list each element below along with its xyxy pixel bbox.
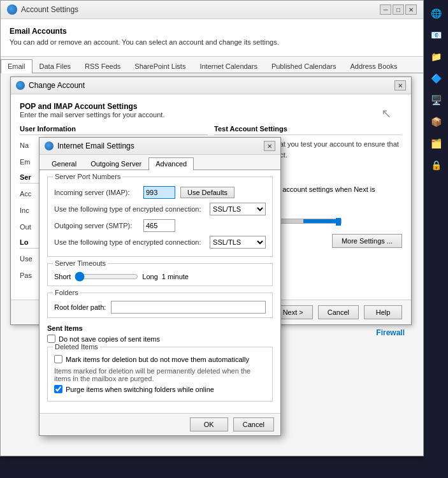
tab-address-books[interactable]: Address Books xyxy=(343,59,404,73)
account-settings-window: Account Settings ─ □ ✕ Email Accounts Yo… xyxy=(0,0,424,456)
email-dialog-close[interactable]: ✕ xyxy=(264,141,275,151)
purge-items-row: Purge items when switching folders while… xyxy=(54,385,266,393)
more-settings-button[interactable]: More Settings ... xyxy=(332,234,402,248)
change-account-title-bar: Change Account ✕ xyxy=(11,77,411,94)
root-folder-label: Root folder path: xyxy=(54,303,106,311)
server-port-title: Server Port Numbers xyxy=(53,173,122,180)
change-account-section-title: POP and IMAP Account Settings xyxy=(20,102,402,111)
main-body: Change Account ✕ POP and IMAP Account Se… xyxy=(1,73,423,456)
encryption-label-2: Use the following type of encrypted conn… xyxy=(54,238,210,246)
deletion-note: Items marked for deletion will be perman… xyxy=(54,367,266,382)
section-desc: You can add or remove an account. You ca… xyxy=(10,38,414,46)
mark-deletion-label: Mark items for deletion but do not move … xyxy=(66,356,249,363)
sidebar-icon-7[interactable]: 🔒 xyxy=(426,155,446,175)
folders-group: Folders Root folder path: xyxy=(47,293,273,318)
help-button[interactable]: Help xyxy=(364,305,402,319)
email-dialog-footer: OK Cancel xyxy=(40,413,280,435)
incoming-imap-label: Incoming server (IMAP): xyxy=(54,189,143,196)
sidebar-icon-6[interactable]: 🗂️ xyxy=(426,133,446,154)
tab-email[interactable]: Email xyxy=(1,59,33,73)
long-label: Long xyxy=(142,273,157,280)
use-defaults-button[interactable]: Use Defaults xyxy=(180,187,235,198)
account-settings-title-bar: Account Settings ─ □ ✕ xyxy=(1,1,423,19)
sidebar-icon-3[interactable]: 🔷 xyxy=(426,68,446,89)
user-info-header: User Information xyxy=(20,125,208,135)
change-account-title: Change Account xyxy=(29,81,85,90)
timeouts-title: Server Timeouts xyxy=(53,259,108,267)
incoming-imap-input[interactable] xyxy=(143,186,175,199)
sent-items-label: Sent Items xyxy=(47,324,273,332)
change-account-close[interactable]: ✕ xyxy=(394,80,406,91)
tab-data-files[interactable]: Data Files xyxy=(33,59,78,73)
email-dialog-icon xyxy=(45,141,54,150)
title-bar-left: Account Settings xyxy=(7,4,78,15)
cancel-button[interactable]: Cancel xyxy=(318,305,359,319)
deleted-items-title: Deleted Items xyxy=(53,343,100,351)
encryption-select-1[interactable]: SSL/TLS xyxy=(210,203,266,215)
mark-deletion-row: Mark items for deletion but do not move … xyxy=(54,355,266,363)
sent-items-checkbox[interactable] xyxy=(47,335,55,343)
sidebar-icon-2[interactable]: 📁 xyxy=(426,47,446,67)
title-bar-controls: ─ □ ✕ xyxy=(380,4,417,15)
minimize-button[interactable]: ─ xyxy=(380,4,391,15)
smtp-label: Outgoing server (SMTP): xyxy=(54,222,143,229)
smtp-input[interactable] xyxy=(143,219,175,232)
encryption-row-2: Use the following type of encrypted conn… xyxy=(54,236,266,249)
tab-internet-cal[interactable]: Internet Calendars xyxy=(192,59,264,73)
email-dialog-tabs: General Outgoing Server Advanced xyxy=(40,155,280,170)
cursor-icon: ↖ xyxy=(381,106,392,121)
sidebar-icon-4[interactable]: 🖥️ xyxy=(426,90,446,110)
email-tab-outgoing[interactable]: Outgoing Server xyxy=(83,157,148,170)
purge-items-label: Purge items when switching folders while… xyxy=(66,386,214,393)
email-cancel-button[interactable]: Cancel xyxy=(233,417,274,431)
window-content: Email Accounts You can add or remove an … xyxy=(1,19,423,56)
sidebar-icon-5[interactable]: 📦 xyxy=(426,112,446,132)
root-row: Root folder path: xyxy=(54,301,266,314)
incoming-imap-row: Incoming server (IMAP): Use Defaults xyxy=(54,186,266,199)
short-label: Short xyxy=(54,273,71,280)
change-account-section-desc: Enter the mail server settings for your … xyxy=(20,111,402,119)
server-port-content: Incoming server (IMAP): Use Defaults Use… xyxy=(54,186,266,249)
dialog-icon xyxy=(16,81,25,90)
deleted-items-content: Mark items for deletion but do not move … xyxy=(54,355,266,393)
server-port-group: Server Port Numbers Incoming server (IMA… xyxy=(47,177,273,257)
smtp-row: Outgoing server (SMTP): xyxy=(54,219,266,232)
test-header: Test Account Settings xyxy=(214,125,402,135)
email-dialog-title-bar: Internet Email Settings ✕ xyxy=(40,138,280,155)
email-dialog-title-left: Internet Email Settings xyxy=(45,141,134,150)
timeout-slider[interactable] xyxy=(75,272,138,282)
maximize-button[interactable]: □ xyxy=(393,4,404,15)
tab-rss-feeds[interactable]: RSS Feeds xyxy=(78,59,127,73)
email-tab-advanced[interactable]: Advanced xyxy=(148,157,194,170)
deleted-items-group: Deleted Items Mark items for deletion bu… xyxy=(47,347,273,402)
sent-items-checkbox-row: Do not save copies of sent items xyxy=(47,335,273,343)
encryption-row-1: Use the following type of encrypted conn… xyxy=(54,203,266,215)
timeout-value: 1 minute xyxy=(162,273,189,280)
root-folder-input[interactable] xyxy=(111,301,266,314)
mark-deletion-checkbox[interactable] xyxy=(54,355,62,363)
window-icon xyxy=(7,4,17,15)
close-button[interactable]: ✕ xyxy=(405,4,417,15)
purge-items-checkbox[interactable] xyxy=(54,385,62,393)
internet-email-settings-dialog: Internet Email Settings ✕ General Outgoi… xyxy=(39,137,281,436)
section-title: Email Accounts xyxy=(10,27,414,36)
email-tab-general[interactable]: General xyxy=(45,157,83,170)
encryption-select-2[interactable]: SSL/TLS xyxy=(210,236,266,249)
firewall-label: Firewall xyxy=(376,328,405,337)
encryption-label-1: Use the following type of encrypted conn… xyxy=(54,205,210,213)
sidebar: 🌐 📧 📁 🔷 🖥️ 📦 🗂️ 🔒 xyxy=(424,0,448,478)
tab-sharepoint[interactable]: SharePoint Lists xyxy=(127,59,192,73)
dialog-title-left: Change Account xyxy=(16,81,85,90)
email-dialog-title: Internet Email Settings xyxy=(57,141,134,150)
server-timeouts-group: Server Timeouts Short Long 1 minute xyxy=(47,263,273,286)
sidebar-icon-0[interactable]: 🌐 xyxy=(426,3,446,24)
tab-published-cal[interactable]: Published Calendars xyxy=(264,59,343,73)
folders-title: Folders xyxy=(53,289,80,296)
sidebar-icon-1[interactable]: 📧 xyxy=(426,25,446,45)
sent-items-group: Sent Items Do not save copies of sent it… xyxy=(47,324,273,343)
window-title: Account Settings xyxy=(21,5,78,14)
offline-slider-thumb xyxy=(336,218,341,226)
tabs-bar: Email Data Files RSS Feeds SharePoint Li… xyxy=(1,56,423,73)
email-dialog-content: Server Port Numbers Incoming server (IMA… xyxy=(40,170,280,413)
email-ok-button[interactable]: OK xyxy=(190,417,228,431)
